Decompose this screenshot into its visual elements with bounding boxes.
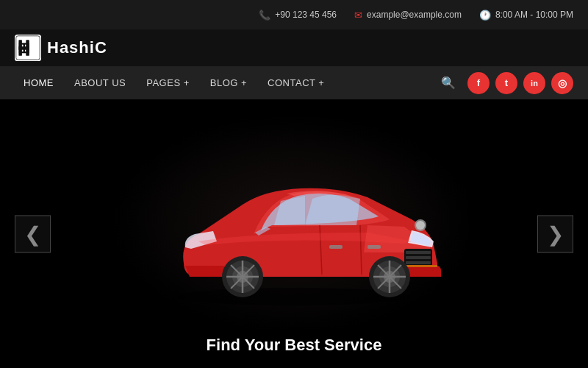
svg-rect-5: [18, 46, 29, 49]
logo-text: HashiC: [47, 38, 107, 57]
next-slide-button[interactable]: ❯: [537, 215, 573, 252]
car-image: [140, 146, 448, 308]
svg-rect-8: [406, 251, 431, 254]
twitter-button[interactable]: t: [495, 72, 517, 94]
logo-icon: ⊞: [15, 35, 41, 61]
email-info: ✉ example@example.com: [354, 10, 462, 21]
clock-icon: 🕐: [479, 10, 491, 21]
hero-title: Find Your Best Service: [207, 336, 382, 355]
phone-number: +90 123 45 456: [275, 10, 337, 20]
nav-bar: HOME ABOUT US PAGES + BLOG + CONTACT + 🔍…: [0, 66, 588, 99]
svg-rect-9: [406, 256, 431, 259]
prev-slide-button[interactable]: ❮: [15, 215, 51, 252]
phone-icon: 📞: [259, 10, 270, 21]
nav-links: HOME ABOUT US PAGES + BLOG + CONTACT +: [15, 71, 333, 94]
nav-right: 🔍 f t in ◎: [435, 72, 573, 94]
hours-info: 🕐 8:00 AM - 10:00 PM: [479, 10, 573, 21]
svg-point-32: [416, 221, 425, 230]
svg-rect-10: [406, 261, 431, 264]
svg-rect-13: [329, 245, 343, 249]
instagram-button[interactable]: ◎: [551, 72, 573, 94]
hero-car: [0, 146, 588, 308]
nav-item-home[interactable]: HOME: [15, 71, 62, 94]
business-hours: 8:00 AM - 10:00 PM: [495, 10, 573, 20]
linkedin-button[interactable]: in: [523, 72, 545, 94]
nav-item-about[interactable]: ABOUT US: [65, 71, 135, 94]
nav-item-pages[interactable]: PAGES +: [137, 71, 198, 94]
svg-rect-14: [368, 245, 381, 249]
email-icon: ✉: [354, 10, 362, 21]
nav-item-contact[interactable]: CONTACT +: [259, 71, 333, 94]
top-bar: 📞 +90 123 45 456 ✉ example@example.com 🕐…: [0, 0, 588, 29]
logo[interactable]: ⊞ HashiC: [15, 35, 107, 61]
hero-section: ❮ ❯: [0, 99, 588, 368]
phone-info: 📞 +90 123 45 456: [259, 10, 337, 21]
nav-item-blog[interactable]: BLOG +: [201, 71, 256, 94]
facebook-button[interactable]: f: [467, 72, 490, 94]
logo-bar: ⊞ HashiC: [0, 29, 588, 66]
email-address: example@example.com: [367, 10, 462, 20]
search-button[interactable]: 🔍: [435, 73, 462, 93]
